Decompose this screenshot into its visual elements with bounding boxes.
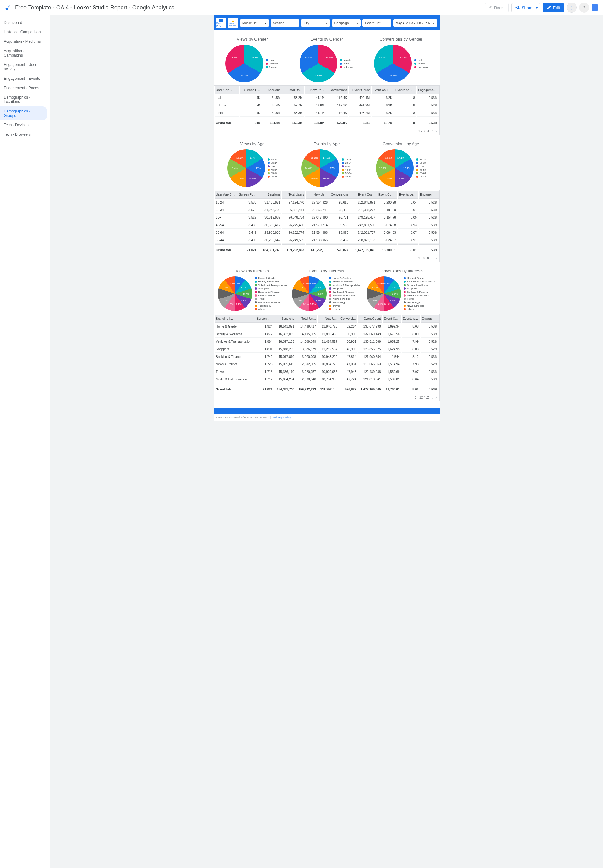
legend-item: Shoppers xyxy=(255,287,287,290)
sidebar-item[interactable]: Acquisition - Campaigns xyxy=(0,46,48,60)
sidebar-item[interactable]: Demographics - Locations xyxy=(0,93,48,107)
share-dropdown-button[interactable]: ▾ xyxy=(534,3,540,12)
column-header[interactable]: Branding I… xyxy=(215,315,255,323)
legend-item: female xyxy=(340,59,353,62)
column-header[interactable]: Engagement … xyxy=(417,87,439,94)
legend-item: others xyxy=(255,308,287,311)
help-button[interactable]: ? xyxy=(579,3,589,12)
pie-chart[interactable]: Views by Interests 9%8.7%8.7%8.4%8.1%8%8… xyxy=(217,269,288,311)
sidebar-item[interactable]: Engagement - Events xyxy=(0,74,48,83)
pie-chart[interactable]: Conversions by Age 17.1%17.1%16.8%16.6%1… xyxy=(365,141,436,187)
column-header[interactable]: Sessions xyxy=(258,191,281,198)
prev-page-button[interactable]: ‹ xyxy=(431,128,433,133)
legend-item: 45-54 xyxy=(267,169,277,171)
column-header[interactable]: New Us… xyxy=(305,87,326,94)
column-header[interactable]: Event Count Per User xyxy=(377,191,397,198)
legend: 18-2425-3465+45-5455-6435-44 xyxy=(267,158,277,178)
column-header[interactable]: Events per session xyxy=(398,191,418,198)
sidebar-item[interactable]: Historical Comparison xyxy=(0,27,48,37)
pie-chart[interactable]: Conversions by Interests 8.8%8.6%8.6%8.3… xyxy=(365,269,436,311)
legend: Home & GardenVehicles & TransportationBe… xyxy=(404,277,436,311)
table-row: Travel1,71815,376,17013,220,05710,909,05… xyxy=(215,368,439,375)
next-page-button[interactable]: › xyxy=(435,256,437,261)
legend-item: Vehicles & Transportation xyxy=(404,280,436,283)
sidebar-item[interactable]: Engagement - User activity xyxy=(0,60,48,74)
column-header[interactable]: Event Count xyxy=(358,315,382,323)
next-page-button[interactable]: › xyxy=(435,395,437,400)
sidebar-item[interactable]: Dashboard xyxy=(0,18,48,27)
column-header[interactable]: Screen Pa… xyxy=(237,191,258,198)
column-header[interactable]: Sessions xyxy=(262,87,282,94)
legend: femalemaleunknown xyxy=(340,59,353,68)
filter-dropdown[interactable]: City▾ xyxy=(301,20,330,27)
sidebar-collapse-button[interactable]: ‹ xyxy=(50,442,50,457)
legend-item: female xyxy=(414,62,428,65)
sidebar-item[interactable]: Tech - Devices xyxy=(0,120,48,130)
prev-page-button[interactable]: ‹ xyxy=(431,256,433,261)
table-row: News & Politics1,72515,085,61512,892,905… xyxy=(215,361,439,368)
legend-item: Travel xyxy=(255,297,287,300)
privacy-policy-link[interactable]: Privacy Policy xyxy=(273,416,291,419)
column-header[interactable]: Event Count xyxy=(350,191,377,198)
more-options-button[interactable]: ⋮ xyxy=(567,3,577,12)
sidebar-item[interactable]: Engagement - Pages xyxy=(0,83,48,93)
table-row: 25-343,57331,243,70026,861,44422,266,241… xyxy=(215,207,439,214)
column-header[interactable]: New Us… xyxy=(306,191,329,198)
column-header[interactable]: Screen P… xyxy=(240,87,261,94)
sidebar-item[interactable]: Tech - Browsers xyxy=(0,130,48,139)
share-button[interactable]: Share xyxy=(511,3,537,12)
reset-button[interactable]: ↶ Reset xyxy=(485,3,509,12)
pie-chart[interactable]: Events by Interests 8.8%8.8%8.6%8.5%8.1%… xyxy=(291,269,362,311)
edit-button[interactable]: Edit xyxy=(543,3,564,12)
legend-item: 18-24 xyxy=(416,158,426,161)
interest-pager: 1 - 12 / 12‹› xyxy=(214,394,439,401)
column-header[interactable]: Conversions xyxy=(329,191,349,198)
prev-page-button[interactable]: ‹ xyxy=(431,395,433,400)
legend-item: male xyxy=(340,62,353,65)
column-header[interactable]: Events per session xyxy=(402,315,420,323)
column-header[interactable]: Total Us… xyxy=(296,315,317,323)
pie-chart[interactable]: Views by Age 17%17%16.8%16.6%16.4%16.2% … xyxy=(217,141,288,187)
filter-dropdown[interactable]: Campaign …▾ xyxy=(332,20,361,27)
legend-item: 55-64 xyxy=(342,172,351,175)
table-row: Vehicles & Transportation1,86416,327,153… xyxy=(215,338,439,345)
legend-item: Shoppers xyxy=(404,287,436,290)
filter-dropdown[interactable]: Session …▾ xyxy=(271,20,300,27)
column-header[interactable]: Conversions xyxy=(339,315,357,323)
sidebar-item[interactable]: Acquisition - Mediums xyxy=(0,37,48,46)
pie-chart[interactable]: Events by Gender 33.3%33.4%33.3% femalem… xyxy=(291,37,362,82)
column-header[interactable]: Event Count xyxy=(349,87,371,94)
column-header[interactable]: Event Count Per U… xyxy=(371,87,394,94)
table-row: Home & Garden1,92416,541,99114,469,41711… xyxy=(215,323,439,330)
filter-dropdown[interactable]: Device Cat…▾ xyxy=(362,20,391,27)
pie-chart[interactable]: Conversions by Gender 33.3%33.4%33.3% ma… xyxy=(365,37,436,82)
column-header[interactable]: Total Users xyxy=(282,191,305,198)
column-header[interactable]: User Age Br… xyxy=(215,191,237,198)
page-title: Free Template - GA 4 - Looker Studio Rep… xyxy=(15,5,481,11)
legend-item: Technology xyxy=(329,301,361,304)
column-header[interactable]: User Gen… xyxy=(215,87,239,94)
next-page-button[interactable]: › xyxy=(435,128,437,133)
table-row: 55-643,44929,985,63326,162,77421,564,888… xyxy=(215,229,439,236)
column-header[interactable]: New U… xyxy=(318,315,339,323)
column-header[interactable]: Engagement … xyxy=(421,315,439,323)
legend-item: 65+ xyxy=(267,165,277,168)
pie-chart[interactable]: Events by Age 17.1%17%16.9%16.4%16.4%16.… xyxy=(291,141,362,187)
filter-dropdown[interactable]: Mobile De…▾ xyxy=(240,20,269,27)
legend-item: Travel xyxy=(404,297,436,300)
column-header[interactable]: Event Count Per U… xyxy=(382,315,401,323)
column-header[interactable]: Conversions xyxy=(326,87,348,94)
date-range-picker[interactable]: May 4, 2023 - Jun 2, 2023▾ xyxy=(393,20,437,27)
column-header[interactable]: Screen P… xyxy=(255,315,274,323)
column-header[interactable]: Engagement R… xyxy=(419,191,439,198)
chart-title: Views by Age xyxy=(217,141,288,146)
sidebar-item[interactable]: Demographics - Groups xyxy=(0,107,48,120)
filter-bar: One PPC ▮▮Google Analytics Mobile De…▾Se… xyxy=(213,15,440,31)
legend-item: others xyxy=(329,308,361,311)
column-header[interactable]: Events per session xyxy=(394,87,416,94)
pie-chart[interactable]: Views by Gender 33.3%33.3%33.3% maleunkn… xyxy=(217,37,288,82)
column-header[interactable]: Total Us… xyxy=(282,87,304,94)
legend-item: Vehicles & Transportation xyxy=(329,284,361,286)
interest-charts-row: Views by Interests 9%8.7%8.7%8.4%8.1%8%8… xyxy=(213,262,440,314)
column-header[interactable]: Sessions xyxy=(275,315,295,323)
